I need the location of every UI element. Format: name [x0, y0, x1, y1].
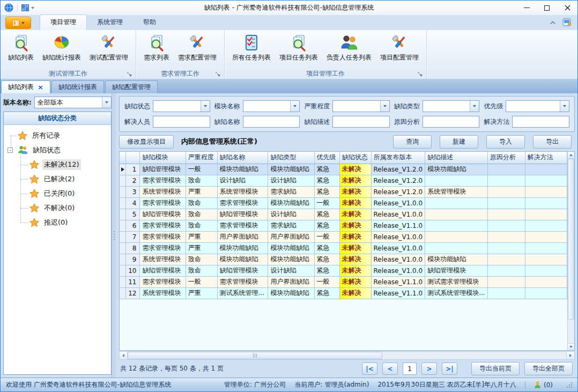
defect-list-button[interactable]: 缺陷列表: [4, 32, 38, 63]
close-button[interactable]: [557, 1, 577, 15]
minimize-button[interactable]: [516, 1, 537, 15]
tree-item-unresolved[interactable]: 未解决(12): [4, 157, 111, 172]
dropdown-arrow-icon[interactable]: [380, 101, 389, 112]
export-current-page-button[interactable]: 导出当前页: [471, 362, 520, 375]
collapse-icon[interactable]: -: [8, 147, 13, 153]
page-number-input[interactable]: 1: [403, 363, 417, 375]
tree-item-defect-status[interactable]: -缺陷状态: [4, 143, 111, 157]
column-header[interactable]: 解决方法: [525, 152, 567, 164]
cell: [525, 231, 567, 242]
table-row[interactable]: 6需求管理模块致命需求管理模块需求缺陷紧急未解决Release_V1.1.0: [120, 220, 567, 231]
tree-item-resolved[interactable]: 已解决(2): [4, 172, 111, 186]
dialog-launcher-icon[interactable]: [216, 72, 220, 77]
query-button[interactable]: 查询: [393, 135, 432, 149]
collapse-ribbon-button[interactable]: [550, 21, 556, 25]
export-button[interactable]: 导出: [533, 135, 572, 149]
table-row[interactable]: 5缺陷管理模块致命缺陷管理模块设计缺陷紧急未解决Release_V1.0.0: [120, 209, 567, 220]
table-row[interactable]: 3系统管理模块严重系统管理模块需求缺陷紧急未解决Release_V1.2.0系统…: [120, 186, 567, 197]
defect-config-tab[interactable]: 缺陷配置管理: [105, 80, 158, 93]
tools-icon: [390, 33, 409, 53]
defect-list-tab[interactable]: 缺陷列表×: [1, 80, 50, 93]
column-header[interactable]: 所属发布版本: [371, 152, 425, 164]
modify-display-button[interactable]: 修改显示项目: [119, 135, 174, 149]
column-header[interactable]: 缺陷名称: [217, 152, 268, 164]
last-page-button[interactable]: >|: [442, 363, 457, 375]
column-header[interactable]: 严重程度: [186, 152, 217, 164]
defect-stats-tab[interactable]: 缺陷统计报表: [51, 80, 104, 93]
tree-item-closed[interactable]: 已关闭(0): [4, 186, 111, 201]
version-combobox[interactable]: 全部版本: [34, 97, 112, 108]
priority-filter[interactable]: [506, 100, 569, 112]
ribbon-tab-help[interactable]: 帮助: [133, 15, 166, 30]
tree-item-all-records[interactable]: 所有记录: [4, 128, 111, 143]
resolver-filter[interactable]: [153, 116, 210, 128]
table-row[interactable]: 1缺陷管理模块一般模块功能缺陷模块功能缺陷紧急未解决Release_V1.2.0…: [120, 164, 567, 175]
dropdown-arrow-icon[interactable]: [560, 101, 569, 112]
requirement-config-management-button[interactable]: 需求配置管理: [174, 32, 221, 63]
export-all-pages-button[interactable]: 导出全部页: [524, 362, 573, 375]
table-row[interactable]: 9系统管理模块致命模块功能缺陷模块功能缺陷紧急未解决Release_V1.0.0…: [120, 254, 567, 265]
vertical-scroll-thumb[interactable]: [568, 159, 574, 320]
import-button[interactable]: 导入: [486, 135, 525, 149]
column-header[interactable]: 缺陷状态: [339, 152, 371, 164]
defect-desc-filter[interactable]: [332, 116, 390, 128]
defect-status-filter[interactable]: [153, 100, 210, 112]
scroll-down-icon[interactable]: [568, 343, 574, 350]
table-row[interactable]: 2需求管理模块致命设计缺陷设计缺陷紧急未解决Release_V1.2.0: [120, 175, 567, 186]
table-row[interactable]: 4需求管理模块致命需求管理模块模块功能缺陷一般未解决Release_V1.0.0: [120, 197, 567, 209]
sidebar-splitter[interactable]: [112, 93, 116, 378]
owner-task-list-button[interactable]: 负责人任务列表: [322, 32, 376, 63]
first-page-button[interactable]: |<: [362, 363, 377, 375]
cell: 紧急: [314, 242, 339, 254]
tree-item-postponed[interactable]: 推迟(0): [4, 215, 111, 230]
severity-filter[interactable]: [332, 100, 390, 112]
dialog-launcher-icon[interactable]: [127, 72, 132, 77]
table-row[interactable]: 12系统管理模块严重测试系统管理...模块功能缺陷紧急未解决Release_V1…: [120, 287, 567, 299]
maximize-button[interactable]: [537, 1, 557, 15]
application-menu-button[interactable]: [5, 17, 31, 29]
cell: [487, 265, 525, 276]
defect-name-filter[interactable]: [243, 116, 300, 128]
vertical-scrollbar[interactable]: [567, 152, 574, 350]
horizontal-scrollbar[interactable]: [119, 351, 575, 360]
new-button[interactable]: 新建: [440, 135, 478, 149]
cause-analysis-filter[interactable]: [423, 116, 480, 128]
column-header[interactable]: 缺陷模块: [140, 152, 186, 164]
dialog-launcher-icon[interactable]: [418, 72, 423, 77]
close-tab-icon[interactable]: ×: [38, 84, 43, 91]
solution-filter[interactable]: [512, 116, 569, 128]
column-header[interactable]: 缺陷类型: [268, 152, 314, 164]
defect-type-filter[interactable]: [423, 100, 480, 112]
project-config-management-button[interactable]: 项目配置管理: [376, 32, 423, 63]
ribbon-tab-system-management[interactable]: 系统管理: [87, 15, 133, 30]
defect-name-filter-label: 缺陷名称: [214, 117, 240, 127]
table-row[interactable]: 8需求管理模块严重模块功能缺陷模块功能缺陷紧急未解决Release_V1.0.0: [120, 242, 567, 254]
dropdown-arrow-icon[interactable]: [290, 101, 299, 112]
ribbon-tab-project-management[interactable]: 项目管理: [40, 14, 87, 30]
requirement-list-button[interactable]: 需求列表: [139, 32, 174, 63]
scroll-up-icon[interactable]: [568, 152, 574, 159]
table-row[interactable]: 10缺陷管理模块致命缺陷管理模块设计缺陷紧急未解决Release_V1.0.0缺…: [120, 265, 567, 276]
dropdown-arrow-icon[interactable]: [470, 101, 479, 112]
module-name-filter[interactable]: [243, 100, 300, 112]
column-header[interactable]: 缺陷描述: [425, 152, 487, 164]
tree-item-wont-resolve[interactable]: 不解决(0): [4, 201, 111, 215]
next-page-button[interactable]: >: [421, 363, 437, 375]
dropdown-arrow-icon[interactable]: [201, 101, 210, 112]
quick-access-grid-icon[interactable]: [21, 4, 34, 11]
help-button[interactable]: [562, 18, 572, 27]
scroll-right-icon[interactable]: [566, 352, 574, 359]
dropdown-arrow-icon[interactable]: [102, 97, 111, 108]
scroll-left-icon[interactable]: [120, 352, 128, 359]
prev-page-button[interactable]: <: [382, 363, 398, 375]
horizontal-scroll-thumb[interactable]: [128, 352, 382, 359]
table-row[interactable]: 7需求管理模块严重用户界面缺陷用户界面缺陷一般未解决Release_V1.0.0: [120, 231, 567, 242]
column-header[interactable]: 原因分析: [487, 152, 525, 164]
resize-grip[interactable]: [567, 382, 572, 388]
defect-stats-report-button[interactable]: 缺陷统计报表: [38, 32, 85, 63]
table-row[interactable]: 11需求管理模块一般需求管理模块用户界面缺陷一般未解决Release_V1.1.…: [120, 276, 567, 287]
test-config-management-button[interactable]: 测试配置管理: [85, 32, 132, 63]
all-task-list-button[interactable]: 所有任务列表: [228, 32, 275, 63]
column-header[interactable]: 优先级: [314, 152, 339, 164]
project-task-list-button[interactable]: 项目任务列表: [275, 32, 322, 63]
